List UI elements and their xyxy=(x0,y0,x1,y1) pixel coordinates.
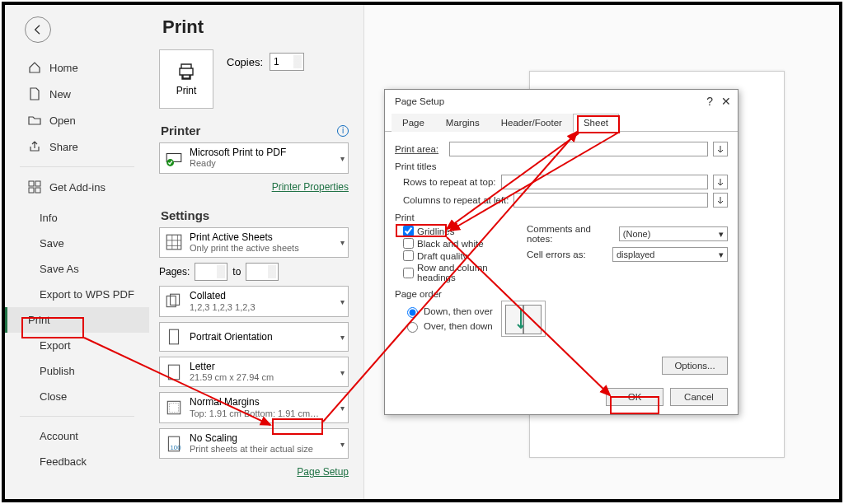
tab-headerfooter[interactable]: Header/Footer xyxy=(490,114,573,132)
sidebar-label: New xyxy=(49,88,71,100)
dialog-title: Page Setup xyxy=(395,96,444,106)
sidebar-item-print[interactable]: Print xyxy=(5,307,149,333)
close-button[interactable]: ✕ xyxy=(721,95,731,108)
sheets-icon xyxy=(165,233,183,251)
sidebar-item-saveas[interactable]: Save As xyxy=(5,256,149,282)
print-button[interactable]: Print xyxy=(159,49,213,109)
orientation-combo[interactable]: Portrait Orientation ▾ xyxy=(159,322,349,352)
print-panel: Print Print Copies: 1 Printer i Microsof… xyxy=(149,5,363,499)
printer-properties-link[interactable]: Printer Properties xyxy=(272,181,349,193)
printer-combo[interactable]: Microsoft Print to PDF Ready ▾ xyxy=(159,142,349,174)
collapse-icon xyxy=(716,178,724,186)
cols-input[interactable] xyxy=(513,193,708,208)
portrait-icon xyxy=(165,328,183,346)
sidebar-item-account[interactable]: Account xyxy=(5,423,149,449)
dialog-tabs: Page Margins Header/Footer Sheet xyxy=(385,113,738,132)
cancel-button[interactable]: Cancel xyxy=(670,388,728,406)
tab-margins[interactable]: Margins xyxy=(435,114,490,132)
svg-rect-1 xyxy=(35,181,40,186)
draft-checkbox[interactable] xyxy=(403,250,414,261)
chevron-down-icon: ▾ xyxy=(719,250,724,260)
collate-combo[interactable]: Collated 1,2,3 1,2,3 1,2,3 ▾ xyxy=(159,286,349,317)
bw-checkbox[interactable] xyxy=(403,238,414,249)
gridlines-checkbox[interactable] xyxy=(403,226,414,236)
rowcol-checkbox[interactable] xyxy=(403,268,414,278)
sidebar-label: Get Add-ins xyxy=(49,181,106,194)
margins-combo[interactable]: Normal Margins Top: 1.91 cm Bottom: 1.91… xyxy=(159,392,349,423)
svg-rect-3 xyxy=(35,188,40,193)
tab-page[interactable]: Page xyxy=(392,114,435,132)
pages-to-spinner[interactable] xyxy=(246,263,279,281)
svg-rect-12 xyxy=(170,404,179,413)
sidebar-item-share[interactable]: Share xyxy=(5,133,149,160)
chevron-down-icon: ▾ xyxy=(340,296,345,306)
chevron-down-icon: ▾ xyxy=(719,229,724,240)
cols-picker[interactable] xyxy=(713,193,728,208)
print-area-picker[interactable] xyxy=(713,142,728,156)
svg-text:100: 100 xyxy=(171,443,181,450)
sidebar-item-save[interactable]: Save xyxy=(5,231,149,256)
settings-heading: Settings xyxy=(161,208,209,222)
printer-heading: Printer xyxy=(161,124,200,138)
sidebar-label: Share xyxy=(49,141,78,153)
sidebar-item-exportwps[interactable]: Export to WPS PDF xyxy=(5,282,149,307)
sidebar-item-open[interactable]: Open xyxy=(5,107,149,133)
chevron-down-icon: ▾ xyxy=(340,332,345,341)
chevron-down-icon: ▾ xyxy=(340,153,345,162)
svg-rect-6 xyxy=(166,236,181,250)
collate-icon xyxy=(165,292,183,310)
print-area-label: Print area: xyxy=(395,144,444,154)
comments-label: Comments and notes: xyxy=(527,224,614,244)
over-down-radio[interactable] xyxy=(407,322,418,333)
sidebar-item-feedback[interactable]: Feedback xyxy=(5,449,149,474)
addins-icon xyxy=(28,180,41,194)
sidebar-item-publish[interactable]: Publish xyxy=(5,358,149,384)
down-over-radio[interactable] xyxy=(407,307,418,318)
page-setup-dialog: Page Setup ? ✕ Page Margins Header/Foote… xyxy=(384,89,738,415)
paper-combo[interactable]: Letter 21.59 cm x 27.94 cm ▾ xyxy=(159,357,349,388)
page-setup-link[interactable]: Page Setup xyxy=(297,466,349,478)
ok-button[interactable]: OK xyxy=(606,388,663,406)
sidebar-item-info[interactable]: Info xyxy=(5,205,149,231)
page-title: Print xyxy=(162,16,349,38)
printer-icon xyxy=(176,62,196,82)
print-group-label: Print xyxy=(395,212,728,222)
collapse-icon xyxy=(716,145,724,153)
svg-rect-0 xyxy=(29,181,34,186)
rows-picker[interactable] xyxy=(713,175,728,189)
home-icon xyxy=(28,61,41,74)
sidebar-item-addins[interactable]: Get Add-ins xyxy=(5,174,149,200)
errors-select[interactable]: displayed▾ xyxy=(612,247,728,262)
sidebar-item-new[interactable]: New xyxy=(5,81,149,107)
new-icon xyxy=(28,87,41,100)
print-what-combo[interactable]: Print Active Sheets Only print the activ… xyxy=(159,227,349,259)
pages-from-spinner[interactable] xyxy=(195,263,227,281)
sidebar-label: Home xyxy=(49,62,78,74)
chevron-down-icon: ▾ xyxy=(340,367,345,376)
scaling-combo[interactable]: 100 No Scaling Print sheets at their act… xyxy=(159,428,349,460)
options-button[interactable]: Options... xyxy=(662,357,728,375)
sidebar-item-home[interactable]: Home xyxy=(5,54,149,81)
sidebar-item-close[interactable]: Close xyxy=(5,384,149,409)
copies-label: Copies: xyxy=(227,56,263,68)
open-icon xyxy=(28,114,41,127)
margins-icon xyxy=(165,399,183,417)
help-button[interactable]: ? xyxy=(706,95,713,108)
errors-label: Cell errors as: xyxy=(527,250,607,259)
back-button[interactable] xyxy=(25,16,51,43)
page-order-preview xyxy=(501,301,546,337)
info-icon[interactable]: i xyxy=(337,125,349,137)
sidebar-item-export[interactable]: Export xyxy=(5,333,149,358)
print-area-input[interactable] xyxy=(449,142,708,156)
chevron-down-icon: ▾ xyxy=(340,238,345,247)
cols-label: Columns to repeat at left: xyxy=(403,195,509,205)
scaling-icon: 100 xyxy=(165,435,183,453)
svg-rect-10 xyxy=(168,365,179,380)
rows-input[interactable] xyxy=(501,175,708,189)
comments-select[interactable]: (None)▾ xyxy=(619,226,728,241)
chevron-down-icon: ▾ xyxy=(340,404,345,413)
tab-sheet[interactable]: Sheet xyxy=(573,114,619,132)
copies-spinner[interactable]: 1 xyxy=(270,53,304,71)
share-icon xyxy=(28,140,41,153)
chevron-down-icon: ▾ xyxy=(340,439,345,448)
